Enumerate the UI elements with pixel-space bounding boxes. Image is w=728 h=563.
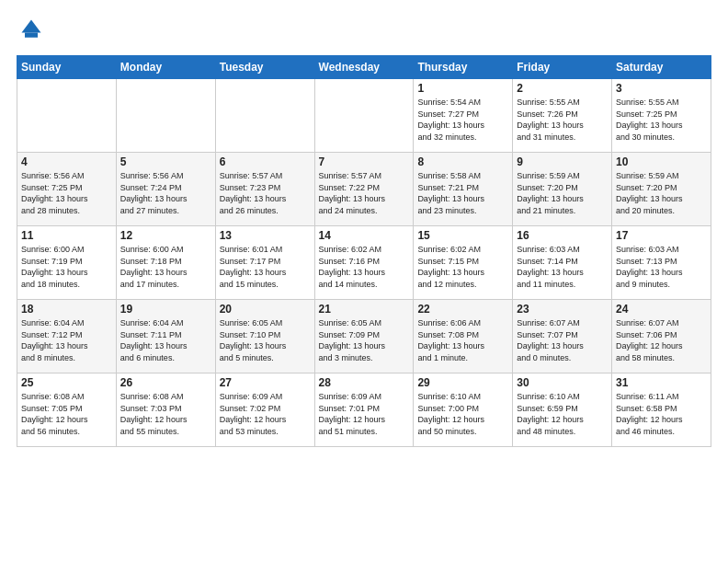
logo [17, 17, 44, 46]
day-info: Sunrise: 6:10 AMSunset: 7:00 PMDaylight:… [417, 391, 508, 437]
day-number: 28 [319, 376, 410, 389]
day-number: 13 [220, 229, 311, 242]
day-number: 31 [616, 376, 707, 389]
day-info: Sunrise: 5:56 AMSunset: 7:25 PMDaylight:… [21, 170, 112, 216]
day-info: Sunrise: 5:59 AMSunset: 7:20 PMDaylight:… [517, 170, 608, 216]
calendar-cell: 5Sunrise: 5:56 AMSunset: 7:24 PMDaylight… [116, 153, 215, 226]
calendar-cell [215, 79, 314, 153]
day-number: 12 [120, 229, 211, 242]
calendar-cell: 30Sunrise: 6:10 AMSunset: 6:59 PMDayligh… [513, 373, 612, 447]
day-number: 6 [220, 155, 311, 168]
calendar-cell [17, 79, 117, 153]
header [17, 17, 711, 46]
calendar-body: 1Sunrise: 5:54 AMSunset: 7:27 PMDaylight… [17, 79, 711, 447]
calendar-week-3: 11Sunrise: 6:00 AMSunset: 7:19 PMDayligh… [17, 226, 711, 300]
day-number: 27 [220, 376, 311, 389]
calendar-cell: 25Sunrise: 6:08 AMSunset: 7:05 PMDayligh… [17, 373, 117, 447]
calendar-cell: 17Sunrise: 6:03 AMSunset: 7:13 PMDayligh… [612, 226, 711, 300]
day-info: Sunrise: 5:59 AMSunset: 7:20 PMDaylight:… [616, 170, 707, 216]
calendar-cell: 13Sunrise: 6:01 AMSunset: 7:17 PMDayligh… [215, 226, 314, 300]
calendar-cell: 16Sunrise: 6:03 AMSunset: 7:14 PMDayligh… [513, 226, 612, 300]
calendar-cell: 1Sunrise: 5:54 AMSunset: 7:27 PMDaylight… [414, 79, 513, 153]
calendar-cell: 24Sunrise: 6:07 AMSunset: 7:06 PMDayligh… [612, 300, 711, 373]
day-number: 4 [21, 155, 112, 168]
calendar-week-1: 1Sunrise: 5:54 AMSunset: 7:27 PMDaylight… [17, 79, 711, 153]
day-info: Sunrise: 6:04 AMSunset: 7:12 PMDaylight:… [21, 317, 112, 363]
calendar-cell: 19Sunrise: 6:04 AMSunset: 7:11 PMDayligh… [116, 300, 215, 373]
day-info: Sunrise: 5:57 AMSunset: 7:22 PMDaylight:… [319, 170, 410, 216]
day-number: 10 [616, 155, 707, 168]
svg-rect-1 [25, 33, 38, 38]
day-info: Sunrise: 6:04 AMSunset: 7:11 PMDaylight:… [120, 317, 211, 363]
weekday-header-row: SundayMondayTuesdayWednesdayThursdayFrid… [17, 56, 711, 79]
calendar-cell [116, 79, 215, 153]
day-info: Sunrise: 6:11 AMSunset: 6:58 PMDaylight:… [616, 391, 707, 437]
calendar-cell [314, 79, 414, 153]
calendar-cell: 3Sunrise: 5:55 AMSunset: 7:25 PMDaylight… [612, 79, 711, 153]
calendar-cell: 21Sunrise: 6:05 AMSunset: 7:09 PMDayligh… [314, 300, 414, 373]
day-info: Sunrise: 6:00 AMSunset: 7:19 PMDaylight:… [21, 244, 112, 290]
day-number: 3 [616, 82, 707, 95]
day-info: Sunrise: 6:03 AMSunset: 7:13 PMDaylight:… [616, 244, 707, 290]
calendar-cell: 11Sunrise: 6:00 AMSunset: 7:19 PMDayligh… [17, 226, 117, 300]
day-number: 14 [319, 229, 410, 242]
day-info: Sunrise: 6:03 AMSunset: 7:14 PMDaylight:… [517, 244, 608, 290]
calendar-cell: 9Sunrise: 5:59 AMSunset: 7:20 PMDaylight… [513, 153, 612, 226]
calendar-week-2: 4Sunrise: 5:56 AMSunset: 7:25 PMDaylight… [17, 153, 711, 226]
day-number: 20 [220, 303, 311, 316]
calendar-cell: 28Sunrise: 6:09 AMSunset: 7:01 PMDayligh… [314, 373, 414, 447]
day-info: Sunrise: 5:55 AMSunset: 7:25 PMDaylight:… [616, 97, 707, 143]
calendar-cell: 12Sunrise: 6:00 AMSunset: 7:18 PMDayligh… [116, 226, 215, 300]
day-number: 8 [417, 155, 508, 168]
day-number: 16 [517, 229, 608, 242]
calendar-cell: 10Sunrise: 5:59 AMSunset: 7:20 PMDayligh… [612, 153, 711, 226]
day-info: Sunrise: 6:07 AMSunset: 7:07 PMDaylight:… [517, 317, 608, 363]
calendar-cell: 29Sunrise: 6:10 AMSunset: 7:00 PMDayligh… [414, 373, 513, 447]
calendar-header: SundayMondayTuesdayWednesdayThursdayFrid… [17, 56, 711, 79]
calendar-cell: 20Sunrise: 6:05 AMSunset: 7:10 PMDayligh… [215, 300, 314, 373]
calendar-cell: 26Sunrise: 6:08 AMSunset: 7:03 PMDayligh… [116, 373, 215, 447]
day-number: 19 [120, 303, 211, 316]
calendar-cell: 8Sunrise: 5:58 AMSunset: 7:21 PMDaylight… [414, 153, 513, 226]
calendar-cell: 7Sunrise: 5:57 AMSunset: 7:22 PMDaylight… [314, 153, 414, 226]
calendar-cell: 31Sunrise: 6:11 AMSunset: 6:58 PMDayligh… [612, 373, 711, 447]
day-info: Sunrise: 6:01 AMSunset: 7:17 PMDaylight:… [220, 244, 311, 290]
day-info: Sunrise: 5:58 AMSunset: 7:21 PMDaylight:… [417, 170, 508, 216]
day-info: Sunrise: 6:05 AMSunset: 7:10 PMDaylight:… [220, 317, 311, 363]
day-info: Sunrise: 6:05 AMSunset: 7:09 PMDaylight:… [319, 317, 410, 363]
day-number: 7 [319, 155, 410, 168]
logo-icon [18, 17, 44, 42]
page: SundayMondayTuesdayWednesdayThursdayFrid… [0, 0, 728, 456]
calendar-week-4: 18Sunrise: 6:04 AMSunset: 7:12 PMDayligh… [17, 300, 711, 373]
weekday-header-friday: Friday [513, 56, 612, 79]
day-number: 30 [517, 376, 608, 389]
day-info: Sunrise: 6:02 AMSunset: 7:15 PMDaylight:… [417, 244, 508, 290]
calendar-cell: 27Sunrise: 6:09 AMSunset: 7:02 PMDayligh… [215, 373, 314, 447]
day-number: 17 [616, 229, 707, 242]
day-number: 18 [21, 303, 112, 316]
day-number: 23 [517, 303, 608, 316]
day-info: Sunrise: 6:09 AMSunset: 7:02 PMDaylight:… [220, 391, 311, 437]
day-info: Sunrise: 6:08 AMSunset: 7:05 PMDaylight:… [21, 391, 112, 437]
calendar-cell: 2Sunrise: 5:55 AMSunset: 7:26 PMDaylight… [513, 79, 612, 153]
day-number: 25 [21, 376, 112, 389]
day-info: Sunrise: 5:57 AMSunset: 7:23 PMDaylight:… [220, 170, 311, 216]
day-info: Sunrise: 6:10 AMSunset: 6:59 PMDaylight:… [517, 391, 608, 437]
calendar-cell: 15Sunrise: 6:02 AMSunset: 7:15 PMDayligh… [414, 226, 513, 300]
day-number: 1 [417, 82, 508, 95]
weekday-header-thursday: Thursday [414, 56, 513, 79]
day-info: Sunrise: 6:07 AMSunset: 7:06 PMDaylight:… [616, 317, 707, 363]
day-info: Sunrise: 5:54 AMSunset: 7:27 PMDaylight:… [417, 97, 508, 143]
weekday-header-wednesday: Wednesday [314, 56, 414, 79]
calendar-cell: 14Sunrise: 6:02 AMSunset: 7:16 PMDayligh… [314, 226, 414, 300]
day-number: 5 [120, 155, 211, 168]
calendar-cell: 18Sunrise: 6:04 AMSunset: 7:12 PMDayligh… [17, 300, 117, 373]
calendar-cell: 22Sunrise: 6:06 AMSunset: 7:08 PMDayligh… [414, 300, 513, 373]
day-info: Sunrise: 6:06 AMSunset: 7:08 PMDaylight:… [417, 317, 508, 363]
day-number: 21 [319, 303, 410, 316]
day-number: 24 [616, 303, 707, 316]
weekday-header-sunday: Sunday [17, 56, 117, 79]
day-number: 11 [21, 229, 112, 242]
day-number: 15 [417, 229, 508, 242]
day-info: Sunrise: 6:08 AMSunset: 7:03 PMDaylight:… [120, 391, 211, 437]
